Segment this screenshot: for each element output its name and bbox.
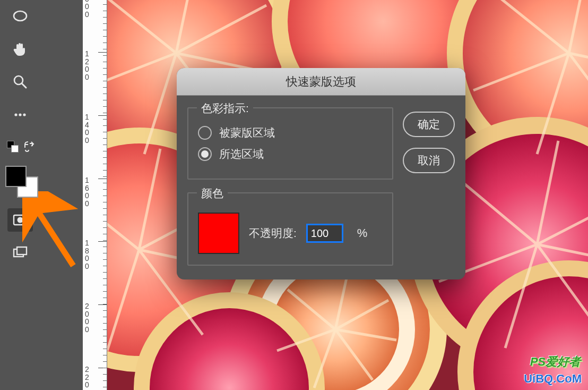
default-colors-icon[interactable] [5,139,19,153]
color-indicates-legend: 色彩指示: [197,101,253,116]
quick-mask-mode-button[interactable] [7,208,33,232]
ruler-label: 1800 [85,239,89,270]
svg-point-5 [23,113,25,116]
zoom-tool[interactable] [7,70,33,94]
radio-icon [198,126,212,140]
foreground-background-colors[interactable] [5,166,35,196]
more-tools[interactable] [7,103,33,126]
ok-button[interactable]: 确定 [403,112,455,137]
opacity-label: 不透明度: [249,226,297,241]
foreground-color-swatch[interactable] [5,166,27,187]
svg-point-3 [14,113,17,116]
opacity-unit: % [357,226,368,240]
ellipse-tool[interactable] [7,4,33,28]
radio-masked-label: 被蒙版区域 [219,125,275,140]
screen-mode-button[interactable] [7,241,33,265]
dialog-title-text: 快速蒙版选项 [286,74,356,90]
svg-point-7 [18,217,23,223]
ruler-label: 1200 [85,50,89,81]
watermark-text-2: UiBQ.CoM [524,372,582,386]
vertical-ruler: 1000120014001600180020002200 [83,0,107,390]
swap-colors-icon[interactable] [22,140,35,155]
svg-point-0 [14,11,27,21]
color-indicates-group: 色彩指示: 被蒙版区域 所选区域 [187,107,393,180]
watermark-text-1: PS爱好者 [530,354,581,370]
color-legend: 颜色 [197,186,228,201]
quick-mask-options-dialog: 快速蒙版选项 色彩指示: 被蒙版区域 所选区域 颜色 不透明度: [177,68,465,279]
dialog-title: 快速蒙版选项 [177,68,465,96]
svg-rect-9 [17,247,27,255]
toolbar-gap [40,0,83,390]
ruler-label: 1000 [85,0,89,19]
opacity-input[interactable] [306,224,343,243]
ruler-label: 1400 [85,113,89,145]
cancel-button[interactable]: 取消 [403,148,455,173]
ruler-label: 2000 [85,302,89,334]
radio-masked-areas[interactable]: 被蒙版区域 [198,125,383,140]
svg-point-4 [19,113,21,116]
radio-selected-label: 所选区域 [219,147,264,162]
color-group: 颜色 不透明度: % [187,192,393,266]
left-toolbar [0,0,40,390]
color-controls [4,138,36,159]
radio-selected-areas[interactable]: 所选区域 [198,147,383,162]
hand-tool[interactable] [7,37,33,61]
ruler-label: 1600 [85,176,89,208]
cancel-button-label: 取消 [418,153,440,168]
ruler-label: 2200 [85,366,89,390]
ok-button-label: 确定 [418,117,440,132]
radio-icon [198,147,212,161]
svg-line-2 [22,83,26,88]
mask-color-swatch[interactable] [198,213,239,254]
